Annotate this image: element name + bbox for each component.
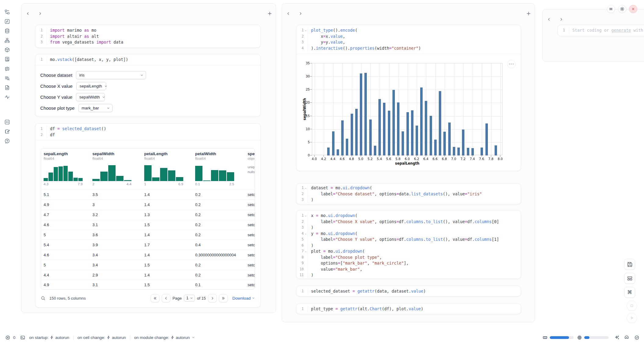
- column-prev-button[interactable]: [545, 16, 553, 23]
- table-cell: 3.4: [90, 263, 142, 267]
- dropdown-select[interactable]: sepalWidth: [76, 93, 105, 101]
- table-row: 5.13.51.40.2setosa: [41, 190, 255, 200]
- column-header-species[interactable]: speciesobjectunique:nulls:: [245, 148, 255, 190]
- notebook-pen-icon[interactable]: [3, 127, 11, 136]
- generate-link[interactable]: generate: [611, 28, 631, 33]
- code-editor[interactable]: 1import marimo as mo2import altair as al…: [35, 25, 260, 48]
- code-editor[interactable]: 1⌄dataset = mo.ui.dropdown(2 label="Choo…: [296, 183, 521, 205]
- run-button[interactable]: [627, 313, 637, 323]
- code-square-icon[interactable]: [3, 118, 11, 126]
- function-square-icon[interactable]: [3, 17, 11, 26]
- autorun-config-button[interactable]: on startup:autorun: [29, 335, 70, 340]
- hist-min: 2: [92, 182, 94, 186]
- column-next-button[interactable]: [36, 10, 44, 17]
- dropdown-select[interactable]: iris: [76, 71, 146, 79]
- code-editor[interactable]: 1⌄x = mo.ui.dropdown(2 label="Choose X v…: [296, 210, 521, 279]
- column-name: sepalWidth: [92, 151, 142, 156]
- search-icon[interactable]: [41, 296, 45, 301]
- table-row: 4.93.11.50.1setosa: [41, 280, 255, 290]
- column-header-petalLength[interactable]: petalLengthfloat6416.9: [142, 148, 193, 190]
- bot-message-icon[interactable]: [3, 64, 11, 73]
- line-number: 1: [35, 27, 43, 34]
- line-number: 10: [296, 266, 304, 273]
- x-axis-tick-label: 5.0: [356, 157, 365, 161]
- page-select[interactable]: 1: [184, 295, 195, 301]
- autorun-config-button[interactable]: on cell change:autorun: [77, 335, 126, 340]
- line-number: 2: [296, 34, 304, 40]
- table-cell: 3.6: [90, 233, 142, 237]
- dropdown-select[interactable]: sepalLength: [76, 82, 106, 90]
- column-prev-button[interactable]: [24, 10, 31, 17]
- marimo-notebook: { "colors": { "bar": "#4c78a8", "histogr…: [0, 0, 644, 342]
- chart-bar: [411, 110, 413, 155]
- copilot-icon[interactable]: [624, 335, 629, 340]
- code-editor[interactable]: 1df = selected_dataset()2df: [35, 123, 260, 140]
- database-icon[interactable]: [3, 27, 11, 35]
- code-editor[interactable]: 1plot_type = getattr(alt.Chart(df), plot…: [296, 304, 521, 314]
- menu-button[interactable]: [607, 5, 615, 13]
- column-prev-button[interactable]: [284, 10, 292, 17]
- prev-page-button[interactable]: [162, 294, 170, 302]
- code-editor[interactable]: 1mo.vstack([dataset, x, y, plot]): [35, 54, 260, 65]
- file-tree-icon[interactable]: [3, 8, 11, 16]
- last-page-button[interactable]: [219, 294, 228, 302]
- autorun-config-button[interactable]: on module change:autorun: [134, 335, 195, 340]
- cell-empty[interactable]: 1 Start coding or generate with AI: [557, 25, 644, 36]
- first-page-button[interactable]: [151, 294, 159, 302]
- connection-check-icon[interactable]: [635, 335, 639, 340]
- code-editor[interactable]: 1⌄plot_type().encode(2 x=x.value,3 y=y.v…: [296, 25, 521, 54]
- chart-bar: [439, 91, 441, 155]
- workflow-icon[interactable]: [3, 36, 11, 45]
- save-button[interactable]: [624, 259, 635, 270]
- editor-placeholder[interactable]: Start coding or generate with AI: [569, 27, 644, 34]
- column-header-sepalWidth[interactable]: sepalWidthfloat6424.4: [90, 148, 142, 190]
- x-axis-tick-label: 6.8: [440, 157, 449, 161]
- activity-icon[interactable]: [3, 93, 11, 101]
- x-axis-title: sepalLength: [312, 161, 503, 166]
- help-circle-icon[interactable]: [3, 137, 11, 145]
- cell-vstack: 1mo.vstack([dataset, x, y, plot]) Choose…: [35, 54, 261, 117]
- dropdown-select[interactable]: mark_bar: [78, 104, 113, 112]
- table-cell: 1.4: [142, 273, 193, 277]
- search-list-icon[interactable]: [3, 74, 11, 82]
- chart-bar: [471, 148, 474, 155]
- code-editor[interactable]: 1selected_dataset = getattr(data, datase…: [296, 286, 521, 297]
- x-axis-tick-label: 4.2: [319, 157, 328, 161]
- chart-bar: [392, 90, 395, 155]
- column-next-button[interactable]: [297, 10, 304, 17]
- settings-gear-button[interactable]: [618, 5, 626, 13]
- table-cell: setosa: [245, 223, 255, 227]
- add-cell-button[interactable]: [266, 10, 273, 17]
- table-cell: 0.2: [193, 233, 245, 237]
- package-icon[interactable]: [3, 45, 11, 54]
- command-palette-button[interactable]: ⌘: [624, 287, 635, 298]
- terminal-icon[interactable]: [20, 335, 25, 340]
- chart-bar: [402, 131, 404, 155]
- y-axis-tick-label: 35: [301, 61, 310, 65]
- download-button[interactable]: Download: [232, 296, 255, 301]
- ai-sparkles-icon[interactable]: [615, 335, 619, 340]
- file-text-icon[interactable]: [3, 83, 11, 92]
- fold-arrow-icon: ⌄: [304, 27, 308, 34]
- chevron-down-icon: [107, 107, 110, 110]
- column-next-button[interactable]: [557, 16, 565, 23]
- layout-button[interactable]: [624, 273, 635, 284]
- stop-button[interactable]: [627, 301, 637, 311]
- chart-bar: [481, 148, 483, 155]
- fold-arrow-icon: ⌄: [304, 185, 308, 191]
- next-page-button[interactable]: [208, 294, 217, 302]
- table-cell: 3.5: [90, 192, 142, 197]
- chart-plot-area[interactable]: [312, 63, 503, 155]
- status-bar: 0 on startup:autorunon cell change:autor…: [0, 333, 644, 342]
- chart-actions-button[interactable]: [507, 60, 516, 68]
- x-axis-tick-label: 6.6: [431, 157, 440, 161]
- add-cell-button[interactable]: [525, 10, 532, 17]
- column-name: petalLength: [144, 151, 193, 156]
- column-header-petalWidth[interactable]: petalWidthfloat640.12.5: [193, 148, 245, 190]
- shutdown-button[interactable]: [629, 5, 637, 13]
- errors-icon[interactable]: [5, 335, 10, 340]
- scroll-text-icon[interactable]: [3, 55, 11, 63]
- widget-label: Choose Y value: [40, 94, 72, 100]
- column-header-sepalLength[interactable]: sepalLengthfloat644.37.9: [41, 148, 90, 190]
- table-cell: 1.7: [142, 243, 193, 247]
